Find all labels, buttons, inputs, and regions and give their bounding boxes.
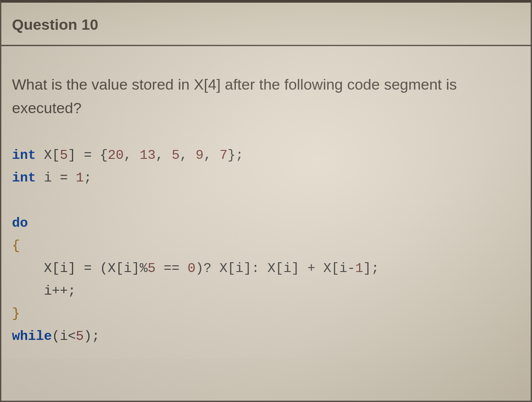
number: 9: [196, 148, 203, 163]
question-prompt: What is the value stored in X[4] after t…: [12, 73, 520, 119]
number: 5: [76, 329, 84, 344]
code-text: ==: [156, 261, 188, 276]
keyword-do: do: [12, 216, 28, 231]
number: 5: [172, 148, 180, 163]
number: 20: [108, 148, 124, 163]
code-text: ,: [203, 148, 219, 163]
code-text: i++;: [12, 284, 76, 299]
question-card: Question 10 What is the value stored in …: [0, 0, 532, 402]
number: 13: [140, 148, 156, 163]
code-text: ;: [84, 170, 92, 185]
code-text: ,: [180, 148, 196, 163]
code-text: );: [84, 329, 100, 344]
keyword-int: int: [12, 170, 36, 185]
number: 1: [76, 170, 84, 185]
question-body: What is the value stored in X[4] after t…: [1, 46, 531, 359]
brace: }: [12, 306, 20, 321]
code-text: )? X[i]: X[i] + X[i-: [196, 261, 355, 276]
number: 0: [188, 261, 196, 276]
code-text: ,: [124, 148, 140, 163]
code-text: };: [227, 148, 243, 163]
keyword-int: int: [12, 148, 36, 163]
code-text: ];: [363, 261, 379, 276]
code-text: i =: [36, 170, 76, 185]
keyword-while: while: [12, 329, 52, 344]
number: 7: [219, 148, 227, 163]
code-block: int X[5] = {20, 13, 5, 9, 7}; int i = 1;…: [12, 144, 520, 348]
code-text: ] = {: [68, 148, 108, 163]
code-text: ,: [156, 148, 172, 163]
code-text: X[i] = (X[i]%: [12, 261, 148, 276]
number: 5: [148, 261, 156, 276]
number: 5: [60, 148, 68, 163]
number: 1: [355, 261, 363, 276]
question-title: Question 10: [12, 16, 520, 33]
brace: {: [12, 238, 20, 253]
code-text: X[: [36, 148, 60, 163]
code-text: (i<: [52, 329, 76, 344]
question-header: Question 10: [1, 3, 531, 46]
